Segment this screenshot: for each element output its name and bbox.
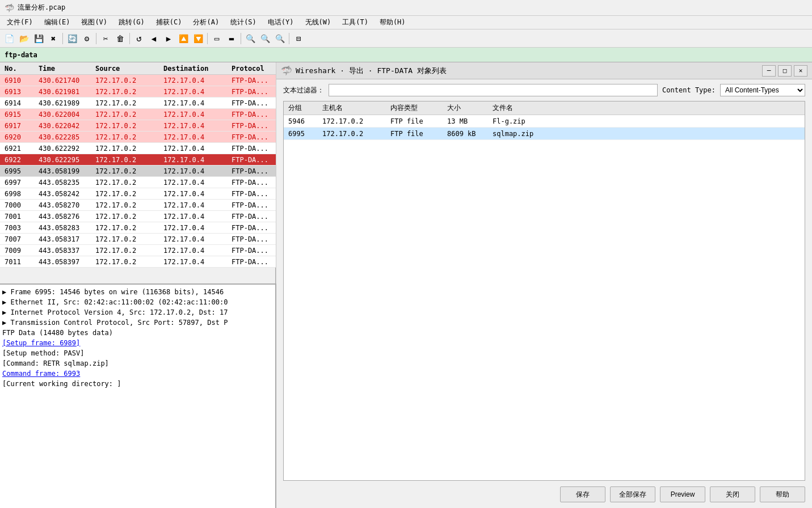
detail-link[interactable]: Command frame: 6993	[2, 370, 80, 378]
table-row[interactable]: 7009 443.058337 172.17.0.2 172.17.0.4 FT…	[0, 245, 276, 256]
save-button[interactable]: 保存	[560, 486, 605, 502]
table-row[interactable]: 6914 430.621989 172.17.0.2 172.17.0.4 FT…	[0, 98, 276, 109]
toolbar-go[interactable]: 🔼	[176, 32, 190, 45]
expand-icon[interactable]: ▶ Ethernet II, Src: 02:42:ac:11:00:02 (0…	[2, 298, 228, 306]
dialog-maximize[interactable]: □	[778, 65, 792, 77]
detail-row[interactable]: ▶ Ethernet II, Src: 02:42:ac:11:00:02 (0…	[2, 297, 273, 307]
toolbar-reload[interactable]: ↺	[132, 32, 146, 45]
cell-proto: FTP-DA...	[229, 111, 275, 118]
detail-row[interactable]: Command frame: 6993	[2, 369, 273, 379]
cell-time: 443.058235	[36, 179, 93, 187]
toolbar-nav-fwd[interactable]: ▶	[162, 32, 175, 45]
table-row[interactable]: 6998 443.058242 172.17.0.2 172.17.0.4 FT…	[0, 188, 276, 200]
detail-row[interactable]: ▶ Transmission Control Protocol, Src Por…	[2, 318, 273, 328]
toolbar-zoom-out[interactable]: 🔍	[258, 32, 272, 45]
table-row[interactable]: 7000 443.058270 172.17.0.2 172.17.0.4 FT…	[0, 200, 276, 211]
help-button[interactable]: 帮助	[760, 486, 805, 502]
dialog-close-btn[interactable]: ✕	[794, 65, 807, 77]
table-row[interactable]: 6917 430.622042 172.17.0.2 172.17.0.4 FT…	[0, 120, 276, 132]
dialog-minimize[interactable]: ─	[762, 65, 776, 77]
menu-phone[interactable]: 电话(Y)	[263, 16, 298, 28]
cell-dst: 172.17.0.4	[161, 99, 229, 107]
cell-no: 6995	[2, 167, 36, 175]
expand-icon[interactable]: ▶ Internet Protocol Version 4, Src: 172.…	[2, 308, 228, 316]
toolbar-down[interactable]: 🔽	[191, 32, 205, 45]
toolbar-new[interactable]: 📄	[2, 32, 16, 45]
table-row[interactable]: 6920 430.622285 172.17.0.2 172.17.0.4 FT…	[0, 132, 276, 143]
toolbar-prefs[interactable]: ⚙	[80, 32, 94, 45]
menu-stats[interactable]: 统计(S)	[226, 16, 261, 28]
toolbar-nav-back[interactable]: ◀	[147, 32, 161, 45]
table-row[interactable]: 6915 430.622004 172.17.0.2 172.17.0.4 FT…	[0, 109, 276, 120]
menu-capture[interactable]: 捕获(C)	[152, 16, 187, 28]
table-row[interactable]: 6910 430.621740 172.17.0.2 172.17.0.4 FT…	[0, 75, 276, 86]
cell-proto: FTP-DA...	[229, 77, 275, 84]
obj-group: 6995	[286, 130, 320, 138]
text-filter-input[interactable]	[329, 84, 658, 96]
toolbar-filter1[interactable]: ▭	[210, 32, 224, 45]
list-item[interactable]: 5946 172.17.0.2 FTP file 13 MB Fl-g.zip	[284, 115, 805, 128]
table-row[interactable]: 6997 443.058235 172.17.0.2 172.17.0.4 FT…	[0, 177, 276, 188]
object-list[interactable]: 分组 主机名 内容类型 大小 文件名 5946 172.17.0.2 FTP f…	[283, 101, 805, 481]
toolbar-delete[interactable]: 🗑	[113, 32, 127, 45]
table-row[interactable]: 6995 443.058199 172.17.0.2 172.17.0.4 FT…	[0, 166, 276, 177]
toolbar-filter2[interactable]: ▬	[225, 32, 238, 45]
cell-src: 172.17.0.2	[93, 258, 161, 266]
col-proto: Protocol	[229, 65, 275, 73]
menu-file[interactable]: 文件(F)	[2, 16, 37, 28]
cell-time: 430.622285	[36, 133, 93, 141]
filter-value: ftp-data	[5, 51, 37, 59]
cell-time: 430.621740	[36, 77, 93, 84]
toolbar-save[interactable]: 💾	[32, 32, 45, 45]
col-time: Time	[36, 65, 93, 73]
cell-time: 430.621989	[36, 99, 93, 107]
cell-src: 172.17.0.2	[93, 235, 161, 243]
table-row[interactable]: 7011 443.058397 172.17.0.2 172.17.0.4 FT…	[0, 256, 276, 268]
obj-type: FTP file	[388, 130, 445, 138]
toolbar-zoom-in[interactable]: 🔍	[243, 32, 257, 45]
menu-analyze[interactable]: 分析(A)	[188, 16, 224, 28]
cell-time: 443.058283	[36, 224, 93, 232]
table-row[interactable]: 6922 430.622295 172.17.0.2 172.17.0.4 FT…	[0, 154, 276, 166]
expand-icon[interactable]: ▶ Frame 6995: 14546 bytes on wire (11636…	[2, 288, 224, 296]
table-row[interactable]: 7007 443.058317 172.17.0.2 172.17.0.4 FT…	[0, 234, 276, 245]
dialog-filter-row: 文本过滤器： Content Type: All Content-Types	[276, 79, 812, 101]
packet-list[interactable]: No. Time Source Destination Protocol Len…	[0, 62, 276, 283]
menu-view[interactable]: 视图(V)	[77, 16, 112, 28]
table-row[interactable]: 6921 430.622292 172.17.0.2 172.17.0.4 FT…	[0, 143, 276, 154]
menu-wireless[interactable]: 无线(W)	[301, 16, 336, 28]
cell-proto: FTP-DA...	[229, 201, 275, 209]
table-row[interactable]: 7003 443.058283 172.17.0.2 172.17.0.4 FT…	[0, 222, 276, 234]
menu-go[interactable]: 跳转(G)	[114, 16, 149, 28]
col-no: No.	[2, 65, 36, 73]
cell-no: 7000	[2, 201, 36, 209]
preview-button[interactable]: Preview	[660, 486, 705, 502]
expand-icon[interactable]: ▶ Transmission Control Protocol, Src Por…	[2, 319, 228, 327]
detail-row[interactable]: ▶ Internet Protocol Version 4, Src: 172.…	[2, 307, 273, 318]
content-type-select[interactable]: All Content-Types	[720, 84, 805, 96]
toolbar-close[interactable]: ✖	[47, 32, 60, 45]
close-button[interactable]: 关闭	[710, 486, 755, 502]
menu-tools[interactable]: 工具(T)	[338, 16, 373, 28]
cell-no: 6917	[2, 122, 36, 130]
menu-help[interactable]: 帮助(H)	[375, 16, 410, 28]
toolbar-cut[interactable]: ✂	[99, 32, 112, 45]
toolbar-refresh[interactable]: 🔄	[65, 32, 79, 45]
save-all-button[interactable]: 全部保存	[610, 486, 655, 502]
cell-src: 172.17.0.2	[93, 167, 161, 175]
list-item[interactable]: 6995 172.17.0.2 FTP file 8609 kB sqlmap.…	[284, 128, 805, 140]
cell-src: 172.17.0.2	[93, 179, 161, 187]
menu-edit[interactable]: 编辑(E)	[40, 16, 75, 28]
toolbar-resize[interactable]: ⊟	[292, 32, 305, 45]
detail-link[interactable]: [Setup frame: 6989]	[2, 339, 80, 347]
cell-dst: 172.17.0.4	[161, 224, 229, 232]
detail-row: FTP Data (14480 bytes data)	[2, 328, 273, 338]
detail-row[interactable]: ▶ Frame 6995: 14546 bytes on wire (11636…	[2, 287, 273, 297]
detail-row[interactable]: [Setup frame: 6989]	[2, 338, 273, 348]
toolbar-open[interactable]: 📂	[17, 32, 31, 45]
table-row[interactable]: 7001 443.058276 172.17.0.2 172.17.0.4 FT…	[0, 211, 276, 222]
cell-src: 172.17.0.2	[93, 99, 161, 107]
toolbar-zoom-normal[interactable]: 🔍	[273, 32, 287, 45]
cell-time: 443.058276	[36, 213, 93, 221]
table-row[interactable]: 6913 430.621981 172.17.0.2 172.17.0.4 FT…	[0, 86, 276, 98]
